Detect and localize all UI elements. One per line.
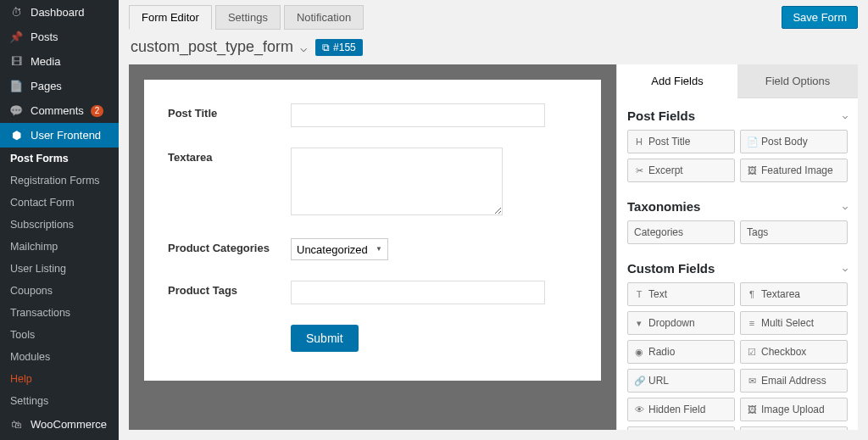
post-title-label: Post Title bbox=[168, 103, 291, 127]
field-btn-textarea[interactable]: ¶Textarea bbox=[740, 282, 848, 306]
textarea-label: Textarea bbox=[168, 148, 291, 218]
post-title-input[interactable] bbox=[291, 103, 545, 127]
featured-image-icon: 🖼 bbox=[747, 165, 757, 175]
submit-button[interactable]: Submit bbox=[291, 325, 359, 352]
field-button-label: Email Address bbox=[761, 375, 826, 387]
dropdown-icon: ▾ bbox=[634, 318, 644, 329]
dashboard-icon: ⏱ bbox=[8, 6, 24, 19]
field-btn-multi-select[interactable]: ≡Multi Select bbox=[740, 311, 848, 335]
multi-select-icon: ≡ bbox=[747, 318, 757, 328]
field-btn-hidden-field[interactable]: 👁Hidden Field bbox=[627, 398, 735, 421]
admin-sidebar: ⏱Dashboard 📌Posts 🎞Media 📄Pages 💬Comment… bbox=[0, 0, 119, 440]
checkbox-icon: ☑ bbox=[747, 347, 757, 358]
post-body-icon: 📄 bbox=[747, 136, 757, 148]
comments-badge: 2 bbox=[91, 105, 104, 117]
sidebar-item-label: Media bbox=[31, 55, 60, 68]
submenu-user-listing[interactable]: User Listing bbox=[0, 258, 119, 280]
field-button-label: Text bbox=[648, 288, 667, 300]
copy-icon: ⧉ bbox=[322, 42, 330, 53]
submenu-subscriptions[interactable]: Subscriptions bbox=[0, 214, 119, 236]
text-icon: T bbox=[634, 289, 644, 299]
sidebar-item-label: Pages bbox=[31, 80, 62, 92]
field-button-label: Radio bbox=[648, 346, 675, 358]
product-tags-label: Product Tags bbox=[168, 281, 291, 304]
post-title-icon: H bbox=[634, 136, 644, 147]
sidebar-item-label: Comments bbox=[31, 104, 84, 117]
sidebar-item-label: WooCommerce bbox=[31, 418, 107, 431]
field-btn-tags[interactable]: Tags bbox=[740, 220, 848, 244]
sidebar-item-label: Dashboard bbox=[31, 6, 85, 19]
field-button-label: URL bbox=[648, 375, 669, 387]
product-tags-input[interactable] bbox=[291, 281, 545, 304]
field-button-label: Dropdown bbox=[648, 317, 695, 329]
field-btn-post-body[interactable]: 📄Post Body bbox=[740, 130, 848, 153]
field-button-label: Multi Select bbox=[761, 317, 814, 329]
submenu-settings[interactable]: Settings bbox=[0, 390, 119, 412]
chevron-down-icon: ⌵ bbox=[300, 41, 307, 54]
field-btn-post-title[interactable]: HPost Title bbox=[627, 130, 735, 153]
product-categories-select[interactable]: Uncategorized bbox=[291, 238, 388, 260]
field-button-label: Checkbox bbox=[761, 346, 806, 358]
submenu-help[interactable]: Help bbox=[0, 368, 119, 390]
sidebar-item-label: Posts bbox=[31, 31, 58, 43]
top-toolbar: Form Editor Settings Notification Save F… bbox=[119, 0, 868, 30]
submenu-coupons[interactable]: Coupons bbox=[0, 280, 119, 302]
section-post-fields[interactable]: Post Fields⌵ bbox=[619, 98, 856, 130]
chevron-down-icon: ⌵ bbox=[843, 264, 848, 273]
sidebar-item-pages[interactable]: 📄Pages bbox=[0, 74, 119, 98]
panel-tab-field-options[interactable]: Field Options bbox=[737, 64, 858, 98]
field-btn-url[interactable]: 🔗URL bbox=[627, 369, 735, 393]
sidebar-item-products[interactable]: 📦Products bbox=[0, 437, 119, 440]
sidebar-item-user-frontend[interactable]: ⬢User Frontend bbox=[0, 123, 119, 148]
form-id-badge[interactable]: ⧉ #155 bbox=[315, 39, 363, 56]
submenu-tools[interactable]: Tools bbox=[0, 324, 119, 346]
product-categories-label: Product Categories bbox=[168, 238, 291, 260]
field-btn-date-time[interactable]: 📅Date / Time bbox=[740, 426, 848, 430]
field-btn-image-upload[interactable]: 🖼Image Upload bbox=[740, 398, 848, 421]
url-icon: 🔗 bbox=[634, 376, 644, 387]
form-id-text: #155 bbox=[333, 42, 356, 53]
submenu-registration-forms[interactable]: Registration Forms bbox=[0, 170, 119, 192]
field-btn-checkbox[interactable]: ☑Checkbox bbox=[740, 340, 848, 364]
field-button-label: Tags bbox=[747, 226, 768, 238]
submenu-contact-form[interactable]: Contact Form bbox=[0, 192, 119, 214]
panel-tab-add-fields[interactable]: Add Fields bbox=[617, 64, 737, 98]
tab-form-editor[interactable]: Form Editor bbox=[129, 5, 212, 30]
tab-notification[interactable]: Notification bbox=[284, 5, 364, 30]
submenu-post-forms[interactable]: Post Forms bbox=[0, 148, 119, 170]
submenu-mailchimp[interactable]: Mailchimp bbox=[0, 236, 119, 258]
field-btn-excerpt[interactable]: ✂Excerpt bbox=[627, 159, 735, 182]
sidebar-item-posts[interactable]: 📌Posts bbox=[0, 25, 119, 49]
field-btn-repeat-field[interactable]: ⧉Repeat Field bbox=[627, 426, 735, 430]
tab-settings[interactable]: Settings bbox=[215, 5, 281, 30]
hidden-field-icon: 👁 bbox=[634, 404, 644, 415]
form-name-text: custom_post_type_form bbox=[131, 38, 293, 56]
field-button-label: Categories bbox=[634, 226, 683, 238]
field-btn-dropdown[interactable]: ▾Dropdown bbox=[627, 311, 735, 335]
textarea-input[interactable] bbox=[291, 148, 503, 215]
pin-icon: 📌 bbox=[8, 31, 24, 43]
submenu-modules[interactable]: Modules bbox=[0, 346, 119, 368]
sidebar-item-dashboard[interactable]: ⏱Dashboard bbox=[0, 0, 119, 25]
field-btn-categories[interactable]: Categories bbox=[627, 220, 735, 244]
field-btn-email-address[interactable]: ✉Email Address bbox=[740, 369, 848, 393]
form-name[interactable]: custom_post_type_form ⌵ bbox=[131, 38, 307, 56]
sidebar-item-media[interactable]: 🎞Media bbox=[0, 49, 119, 74]
field-btn-radio[interactable]: ◉Radio bbox=[627, 340, 735, 364]
chevron-down-icon: ⌵ bbox=[843, 111, 848, 120]
submenu-transactions[interactable]: Transactions bbox=[0, 302, 119, 324]
section-custom-fields[interactable]: Custom Fields⌵ bbox=[619, 251, 856, 282]
field-btn-featured-image[interactable]: 🖼Featured Image bbox=[740, 159, 848, 182]
email-address-icon: ✉ bbox=[747, 376, 757, 387]
textarea-icon: ¶ bbox=[747, 289, 757, 299]
form-stage: Post Title Textarea Product Categories U… bbox=[129, 64, 616, 430]
field-button-label: Post Body bbox=[761, 136, 808, 148]
field-button-label: Featured Image bbox=[761, 164, 833, 176]
field-btn-text[interactable]: TText bbox=[627, 282, 735, 306]
section-taxonomies[interactable]: Taxonomies⌵ bbox=[619, 189, 856, 220]
field-panel: Add Fields Field Options Post Fields⌵ HP… bbox=[616, 64, 858, 430]
save-form-button[interactable]: Save Form bbox=[782, 6, 858, 29]
sidebar-item-comments[interactable]: 💬Comments 2 bbox=[0, 98, 119, 123]
form-canvas: Post Title Textarea Product Categories U… bbox=[144, 80, 601, 381]
sidebar-item-woocommerce[interactable]: 🛍WooCommerce bbox=[0, 412, 119, 437]
